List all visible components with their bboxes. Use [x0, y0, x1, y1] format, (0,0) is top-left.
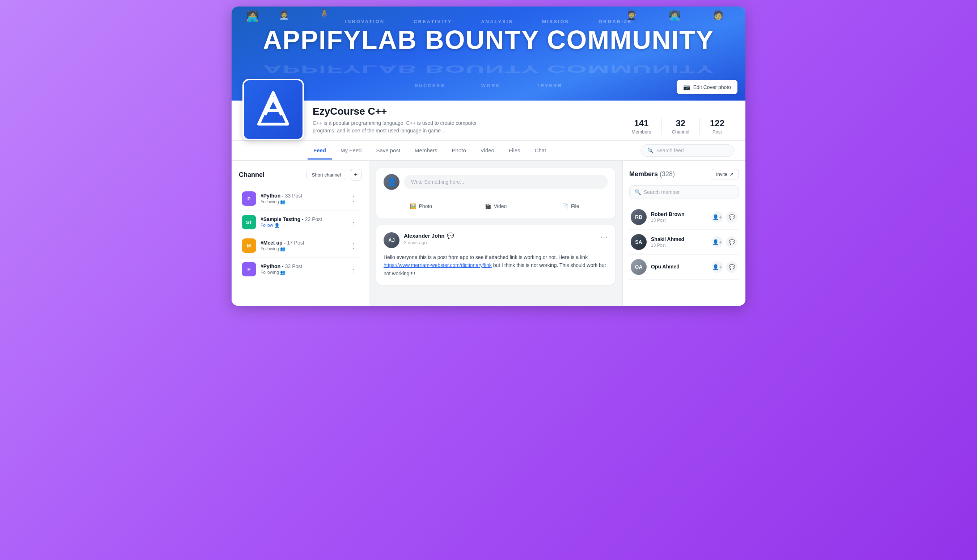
video-icon: 🎬 — [485, 203, 491, 209]
feed-area: 👤 Write Something here... 🖼️ Photo 🎬 Vid… — [369, 161, 622, 306]
add-member-button[interactable]: 👤+ — [711, 211, 723, 223]
member-item: SA Shakil Ahmed 13 Post 👤+ 💬 — [629, 230, 739, 255]
edit-cover-button[interactable]: 📷 Edit Cover photo — [677, 80, 737, 94]
member-item: OA Opu Ahmed 👤+ 💬 — [629, 255, 739, 280]
channels-sidebar: Channel Short channel + P #Python - 33 P… — [232, 161, 369, 306]
channel-more-button[interactable]: ⋮ — [348, 240, 358, 252]
channels-header: Channel Short channel + — [239, 169, 362, 180]
deco-figure: 🧍 — [318, 8, 330, 20]
members-sidebar: Members (328) Invite ↗ 🔍 Search member R… — [622, 161, 745, 306]
deco-figure: 👩‍💻 — [669, 10, 680, 21]
post-card: AJ Alexander John 💬 2 days ago ⋯ Hello e… — [376, 225, 615, 285]
deco-figure: 👩‍💼 — [278, 10, 290, 20]
search-member-input[interactable]: 🔍 Search member — [629, 185, 739, 199]
member-avatar: RB — [631, 209, 647, 225]
member-posts: 13 Post — [651, 243, 707, 248]
write-post-top: 👤 Write Something here... — [383, 174, 608, 190]
comment-icon: 💬 — [447, 232, 454, 239]
channel-item: ST #Sample Testing - 23 Post Follow 👤 ⋮ — [239, 210, 362, 234]
community-desc: C++ is a popular programming language. C… — [313, 119, 501, 135]
member-avatar: SA — [631, 234, 647, 250]
add-member-button[interactable]: 👤+ — [711, 261, 723, 273]
nav-tabs: Feed My Feed Save post Members Photo Vid… — [232, 141, 745, 161]
post-body: Hello everyone this is a post from app t… — [383, 253, 608, 277]
member-actions: 👤+ 💬 — [711, 261, 737, 273]
post-video-button[interactable]: 🎬 Video — [458, 200, 534, 213]
member-actions: 👤+ 💬 — [711, 236, 737, 248]
post-link[interactable]: https://www.merriam-webster.com/dictiona… — [383, 262, 492, 268]
message-member-button[interactable]: 💬 — [726, 261, 737, 273]
cover-main-title: APPIFYLAB BOUNTY COMMUNITY — [263, 26, 714, 54]
channel-avatar: M — [242, 238, 256, 253]
post-author-name: Alexander John 💬 — [404, 232, 595, 239]
tab-chat[interactable]: Chat — [529, 142, 552, 160]
channel-more-button[interactable]: ⋮ — [348, 263, 358, 275]
search-feed-input[interactable]: 🔍 Search feed — [640, 144, 735, 157]
deco-figure: 🧑‍🎓 — [626, 10, 637, 20]
tab-photo[interactable]: Photo — [446, 142, 472, 160]
tab-members[interactable]: Members — [409, 142, 443, 160]
post-file-button[interactable]: 📄 File — [533, 200, 608, 213]
channel-name: #Sample Testing - 23 Post — [260, 216, 344, 222]
tab-save-post[interactable]: Save post — [370, 142, 406, 160]
short-channel-button[interactable]: Short channel — [307, 170, 346, 180]
channel-info: #Python - 33 Post Following 👥 — [260, 193, 344, 204]
channel-status[interactable]: Follow 👤 — [260, 223, 344, 228]
deco-figure: 🧑‍💻 — [246, 10, 259, 22]
tab-my-feed[interactable]: My Feed — [335, 142, 367, 160]
tab-feed[interactable]: Feed — [308, 142, 332, 160]
message-member-button[interactable]: 💬 — [726, 211, 737, 223]
profile-section: EzyCourse C++ C++ is a popular programmi… — [232, 100, 745, 141]
channel-avatar: P — [242, 192, 256, 206]
post-photo-button[interactable]: 🖼️ Photo — [383, 200, 458, 213]
invite-button[interactable]: Invite ↗ — [711, 169, 739, 180]
tab-files[interactable]: Files — [503, 142, 526, 160]
member-avatar: OA — [631, 259, 647, 275]
message-member-button[interactable]: 💬 — [726, 236, 737, 248]
channel-info: #Python - 33 Post Following 👥 — [260, 263, 344, 275]
file-icon: 📄 — [562, 203, 568, 209]
cover-banner: INNOVATION CREATIVITY ANALYSIS MISSION O… — [232, 7, 745, 100]
channel-more-button[interactable]: ⋮ — [348, 193, 358, 204]
channel-avatar: ST — [242, 215, 256, 229]
cover-bottom-words: SUCCESS WORK TRYERR — [415, 83, 562, 88]
channel-info: #Sample Testing - 23 Post Follow 👤 — [260, 216, 344, 228]
cover-section: INNOVATION CREATIVITY ANALYSIS MISSION O… — [232, 7, 745, 100]
stat-members: 141 Members — [621, 118, 662, 135]
camera-icon: 📷 — [683, 83, 690, 90]
write-post-input[interactable]: Write Something here... — [404, 175, 608, 189]
member-item: RB Robert Brown 13 Post 👤+ 💬 — [629, 205, 739, 230]
tab-video[interactable]: Video — [475, 142, 500, 160]
member-actions: 👤+ 💬 — [711, 211, 737, 223]
profile-info: EzyCourse C++ C++ is a popular programmi… — [313, 100, 613, 140]
post-time: 2 days ago — [404, 240, 595, 245]
add-member-button[interactable]: 👤+ — [711, 236, 723, 248]
stat-channel: 32 Channel — [662, 118, 700, 135]
channel-status: Following 👥 — [260, 247, 344, 252]
search-member-icon: 🔍 — [635, 189, 641, 195]
member-info: Robert Brown 13 Post — [651, 211, 707, 223]
logo-svg — [253, 90, 293, 130]
channel-more-button[interactable]: ⋮ — [348, 216, 358, 228]
deco-figure: 🧑 — [713, 10, 724, 20]
member-posts: 13 Post — [651, 218, 707, 223]
channel-status: Following 👥 — [260, 199, 344, 204]
add-channel-button[interactable]: + — [350, 169, 362, 180]
member-name: Opu Ahmed — [651, 264, 707, 270]
post-more-button[interactable]: ⋯ — [600, 232, 608, 242]
main-content: Channel Short channel + P #Python - 33 P… — [232, 161, 745, 306]
channels-title: Channel — [239, 171, 303, 179]
channel-name: #Python - 33 Post — [260, 193, 344, 198]
channel-item: M #Meet up - 17 Post Following 👥 ⋮ — [239, 234, 362, 258]
write-post-box: 👤 Write Something here... 🖼️ Photo 🎬 Vid… — [376, 168, 615, 218]
cover-top-words: INNOVATION CREATIVITY ANALYSIS MISSION O… — [345, 19, 632, 24]
share-icon: ↗ — [730, 172, 734, 177]
search-feed-icon: 🔍 — [647, 148, 654, 153]
community-name: EzyCourse C++ — [313, 106, 613, 117]
post-author-avatar: AJ — [383, 232, 400, 248]
search-feed-area: 🔍 Search feed — [640, 141, 735, 160]
channel-item: P #Python - 33 Post Following 👥 ⋮ — [239, 258, 362, 281]
channel-name: #Meet up - 17 Post — [260, 240, 344, 246]
members-title: Members (328) — [629, 170, 707, 178]
member-name: Robert Brown — [651, 211, 707, 217]
